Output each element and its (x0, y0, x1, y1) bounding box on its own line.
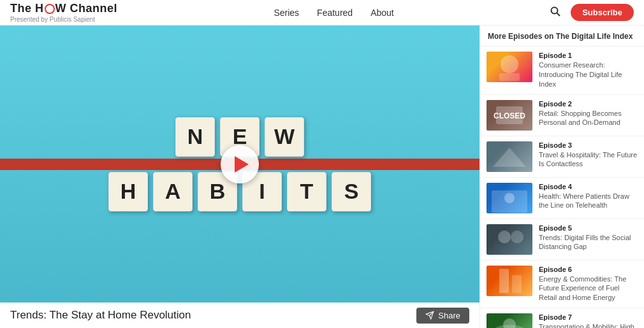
share-label: Share (438, 311, 460, 320)
tile-a: A (153, 172, 193, 211)
thumb-svg-3 (487, 141, 532, 172)
main-content: N E W H A B I T S Tr (0, 25, 644, 328)
episode-desc-3: Travel & Hospitality: The Future Is Cont… (539, 150, 638, 169)
header: The HW Channel Presented by Publicis Sap… (0, 0, 644, 25)
episode-desc-6: Energy & Commodities: The Future Experie… (539, 275, 638, 303)
header-actions: Subscribe (550, 4, 634, 21)
episode-info-7: Episode 7 Transportation & Mobility: Hig… (539, 313, 638, 328)
svg-point-10 (498, 231, 511, 243)
episode-info-5: Episode 5 Trends: Digital Fills the Soci… (539, 224, 638, 252)
episode-item-1[interactable]: Episode 1 Consumer Research: Introducing… (480, 46, 644, 95)
svg-rect-5 (499, 73, 520, 81)
episode-thumb-3 (487, 141, 532, 172)
episode-number-6: Episode 6 (539, 266, 638, 273)
site-subtitle: Presented by Publicis Sapient (10, 16, 117, 23)
video-player[interactable]: N E W H A B I T S (0, 25, 479, 303)
episode-info-1: Episode 1 Consumer Research: Introducing… (539, 52, 638, 89)
sidebar-title: More Episodes on The Digital Life Index (480, 25, 644, 46)
tile-t: T (287, 172, 326, 211)
episode-item-4[interactable]: Episode 4 Health: Where Patients Draw th… (480, 178, 644, 219)
o-logo (45, 4, 55, 14)
episode-info-6: Episode 6 Energy & Commodities: The Futu… (539, 266, 638, 303)
episode-thumb-5 (487, 224, 532, 255)
tile-s: S (332, 172, 371, 211)
episode-number-7: Episode 7 (539, 313, 638, 321)
header-brand: The HW Channel Presented by Publicis Sap… (10, 2, 117, 23)
svg-text:CLOSED: CLOSED (494, 111, 525, 120)
episode-number-1: Episode 1 (539, 52, 638, 59)
episode-desc-4: Health: Where Patients Draw the Line on … (539, 192, 638, 211)
episode-item-7[interactable]: Episode 7 Transportation & Mobility: Hig… (480, 308, 644, 328)
video-section: N E W H A B I T S Tr (0, 25, 479, 328)
episode-thumb-2: CLOSED (487, 100, 532, 131)
video-title: Trends: The Stay at Home Revolution (10, 309, 191, 322)
thumb-svg-7 (487, 313, 532, 328)
svg-point-0 (552, 7, 558, 13)
episode-desc-2: Retail: Shopping Becomes Personal and On… (539, 109, 638, 128)
main-nav: Series Featured About (274, 8, 393, 18)
episode-item-2[interactable]: CLOSED Episode 2 Retail: Shopping Become… (480, 95, 644, 136)
thumb-svg-5 (487, 224, 532, 255)
episode-desc-1: Consumer Research: Introducing The Digit… (539, 61, 638, 89)
svg-line-1 (557, 13, 560, 16)
episode-item-6[interactable]: Episode 6 Energy & Commodities: The Futu… (480, 260, 644, 309)
svg-rect-12 (499, 269, 509, 293)
episode-item-5[interactable]: Episode 5 Trends: Digital Fills the Soci… (480, 219, 644, 260)
thumb-svg-2: CLOSED (487, 100, 532, 131)
tile-w: W (265, 117, 304, 157)
svg-rect-13 (512, 275, 522, 293)
episode-info-2: Episode 2 Retail: Shopping Becomes Perso… (539, 100, 638, 128)
episode-thumb-6 (487, 266, 532, 296)
tile-n: N (175, 117, 215, 157)
video-footer: Trends: The Stay at Home Revolution Shar… (0, 303, 479, 328)
subscribe-button[interactable]: Subscribe (571, 4, 634, 21)
play-button[interactable] (221, 145, 259, 183)
episode-number-5: Episode 5 (539, 224, 638, 232)
search-button[interactable] (550, 6, 560, 19)
nav-about[interactable]: About (370, 8, 394, 18)
episode-number-4: Episode 4 (539, 183, 638, 190)
episode-desc-7: Transportation & Mobility: High Tech and… (539, 322, 638, 328)
svg-point-11 (511, 231, 523, 243)
share-button[interactable]: Share (416, 308, 469, 324)
episode-thumb-4 (487, 183, 532, 213)
nav-series[interactable]: Series (274, 8, 299, 18)
episode-info-4: Episode 4 Health: Where Patients Draw th… (539, 183, 638, 211)
episode-thumb-1 (487, 52, 532, 82)
episode-number-2: Episode 2 (539, 100, 638, 108)
thumb-svg-1 (487, 52, 532, 82)
svg-point-4 (501, 55, 518, 73)
episode-thumb-7 (487, 313, 532, 328)
episode-info-3: Episode 3 Travel & Hospitality: The Futu… (539, 141, 638, 169)
svg-point-15 (503, 318, 516, 328)
svg-point-9 (504, 193, 515, 203)
nav-featured[interactable]: Featured (317, 8, 353, 18)
episode-desc-5: Trends: Digital Fills the Social Distanc… (539, 233, 638, 252)
site-title: The HW Channel (10, 2, 117, 15)
thumb-svg-4 (487, 183, 532, 213)
sidebar: More Episodes on The Digital Life Index … (479, 25, 644, 328)
share-icon (425, 311, 434, 320)
tile-h: H (108, 172, 148, 211)
episode-number-3: Episode 3 (539, 141, 638, 149)
thumb-svg-6 (487, 266, 532, 296)
episode-item-3[interactable]: Episode 3 Travel & Hospitality: The Futu… (480, 136, 644, 178)
